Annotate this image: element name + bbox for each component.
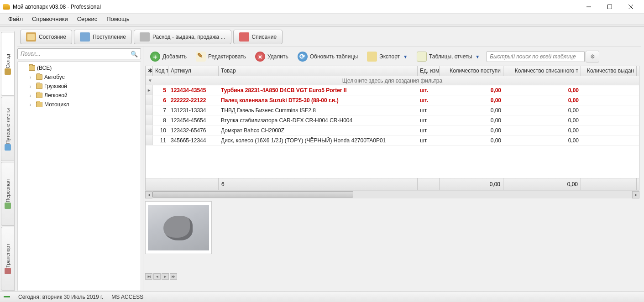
folder-icon — [36, 83, 42, 89]
menu-file[interactable]: Файл — [4, 14, 27, 24]
col-qty-in[interactable]: Количество поступи — [440, 66, 503, 76]
refresh-button-label: Обновить таблицы — [310, 53, 358, 60]
table-row[interactable]: ▸5123434-43545Турбина 28231-4A850 D4CB V… — [146, 85, 639, 95]
folder-icon — [29, 65, 35, 71]
col-qty-out[interactable]: Количество выдан — [581, 66, 637, 76]
tab-writeoff-label: Списание — [252, 34, 277, 40]
menu-help[interactable]: Помощь — [102, 14, 134, 24]
quick-search-input[interactable] — [487, 51, 585, 62]
table-row[interactable]: 11345665-12344Диск, колесо (16X6 1/2J) (… — [146, 135, 639, 146]
side-tab-waybills-label: Путевые листы — [5, 108, 10, 144]
window-title: Мой автопарк v03.08 - Professional — [13, 4, 578, 10]
cell-article: 345665-12344 — [168, 137, 219, 144]
cell-qty-in: 0,00 — [440, 127, 503, 134]
tree-search-input[interactable] — [21, 51, 131, 57]
image-navigator: ⏮ ◂ ▸ ⏭ — [145, 273, 639, 280]
col-unit[interactable]: Ед. изм. — [418, 66, 440, 76]
truck-icon — [5, 268, 11, 274]
tree-item-label: Мотоцикл — [44, 101, 69, 108]
tab-outcome[interactable]: Расход - выдача, продажа ... — [134, 30, 231, 44]
tab-state-label: Состояние — [39, 34, 66, 40]
cell-qty-in: 0,00 — [440, 117, 503, 124]
cell-qty-in: 0,00 — [440, 97, 503, 104]
side-tab-stock[interactable]: Склад — [1, 32, 14, 96]
tab-state[interactable]: Состояние — [20, 30, 72, 44]
close-button[interactable] — [620, 0, 641, 14]
cell-qty-in: 0,00 — [440, 107, 503, 114]
tree-search-box: 🔍 — [17, 48, 141, 59]
refresh-button[interactable]: ⟳ Обновить таблицы — [293, 49, 362, 64]
side-tab-transport[interactable]: Транспорт — [1, 227, 14, 291]
title-bar: Мой автопарк v03.08 - Professional — [0, 0, 644, 14]
box-icon — [26, 32, 36, 42]
filter-hint: Щелкните здесь для создания фильтра — [342, 78, 442, 84]
row-indicator: ▸ — [146, 85, 153, 95]
table-row[interactable]: 7131231-13334ТНВД Газель Бизнес Cummins … — [146, 105, 639, 115]
document-icon — [5, 144, 11, 151]
delete-button[interactable]: × Удалить — [251, 49, 293, 64]
tab-writeoff[interactable]: Списание — [233, 30, 283, 44]
table-row[interactable]: 10123432-65476Домкрат Bahco CH2000Zшт.0,… — [146, 125, 639, 135]
cell-code: 6 — [153, 97, 168, 104]
table-row[interactable]: 6222222-22122Палец коленвала Suzuki DT25… — [146, 95, 639, 105]
nav-last-button[interactable]: ⏭ — [170, 273, 177, 280]
cell-article: 123432-65476 — [168, 127, 219, 134]
menu-service[interactable]: Сервис — [73, 14, 102, 24]
export-button[interactable]: Экспорт ▼ — [363, 49, 412, 64]
category-tree: (ВСЕ) ›Автобус›Грузовой›Легковой›Мотоцик… — [17, 61, 141, 291]
folder-icon — [36, 102, 42, 107]
col-qty-off[interactable]: Количество списанного т — [503, 66, 581, 76]
edit-button[interactable]: Редактировать — [192, 49, 250, 64]
col-code[interactable]: Код т — [153, 66, 168, 76]
maximize-button[interactable] — [599, 0, 620, 14]
grid-filter-row[interactable]: ▼ Щелкните здесь для создания фильтра — [146, 76, 639, 85]
tree-item-all[interactable]: (ВСЕ) — [18, 63, 141, 73]
scrollbar-thumb[interactable] — [152, 191, 353, 198]
cell-unit: шт. — [418, 127, 440, 134]
reports-button[interactable]: Таблицы, отчеты ▼ — [413, 49, 484, 64]
add-button-label: Добавить — [162, 53, 187, 60]
box-icon — [5, 68, 11, 75]
scroll-right-icon[interactable]: ▸ — [632, 191, 639, 198]
cell-name: Диск, колесо (16X6 1/2J) (TOPY) (ЧЁРНЫЙ)… — [219, 137, 418, 144]
settings-button[interactable]: ⚙ — [586, 51, 599, 62]
tree-item-label: Грузовой — [44, 83, 67, 89]
minimize-button[interactable] — [578, 0, 599, 14]
cell-qty-off: 0,00 — [503, 87, 581, 94]
tree-item[interactable]: ›Автобус — [18, 73, 141, 82]
col-article[interactable]: Артикул — [168, 66, 219, 76]
horizontal-scrollbar[interactable]: ◂ ▸ — [145, 190, 639, 198]
menu-references[interactable]: Справочники — [27, 14, 73, 24]
nav-next-button[interactable]: ▸ — [162, 273, 169, 280]
tree-item-label: (ВСЕ) — [37, 65, 52, 71]
row-header-column[interactable]: ✱ — [146, 66, 153, 76]
side-tab-transport-label: Транспорт — [5, 244, 10, 268]
search-icon: 🔍 — [131, 51, 138, 57]
dropdown-icon: ▼ — [403, 54, 408, 59]
tab-income[interactable]: Поступление — [74, 30, 132, 44]
cell-code: 10 — [153, 127, 168, 134]
table-row[interactable]: 8123454-45654Втулка стабилизатора CAR-DE… — [146, 115, 639, 125]
x-icon: × — [255, 52, 265, 62]
nav-prev-button[interactable]: ◂ — [153, 273, 161, 280]
tab-income-label: Поступление — [93, 34, 126, 40]
side-tab-personnel[interactable]: Персонал — [1, 162, 14, 226]
row-indicator — [146, 95, 153, 105]
quick-search-box — [487, 51, 585, 62]
product-image-thumbnail[interactable] — [145, 201, 212, 254]
cell-qty-off: 0,00 — [503, 127, 581, 134]
cell-qty-off: 0,00 — [503, 107, 581, 114]
nav-first-button[interactable]: ⏮ — [145, 273, 152, 280]
side-tab-waybills[interactable]: Путевые листы — [1, 97, 14, 161]
tab-outcome-label: Расход - выдача, продажа ... — [152, 34, 225, 40]
tree-item[interactable]: ›Мотоцикл — [18, 100, 141, 109]
tree-item-label: Легковой — [44, 92, 68, 99]
tree-item[interactable]: ›Грузовой — [18, 82, 141, 91]
row-indicator — [146, 105, 153, 115]
col-name[interactable]: Товар — [219, 66, 418, 76]
tree-item[interactable]: ›Легковой — [18, 91, 141, 100]
add-button[interactable]: + Добавить — [146, 49, 191, 64]
cell-unit: шт. — [418, 117, 440, 124]
scroll-left-icon[interactable]: ◂ — [145, 191, 152, 198]
row-indicator — [146, 125, 153, 135]
